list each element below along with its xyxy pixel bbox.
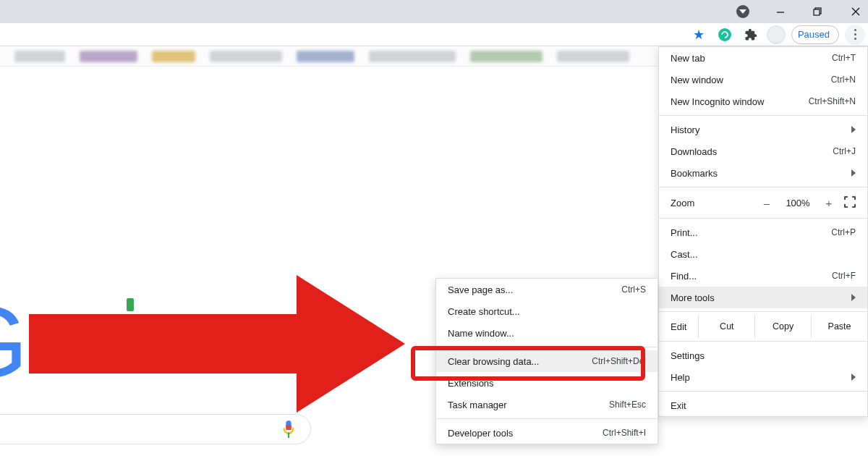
fullscreen-button[interactable] — [844, 196, 856, 210]
bookmark-item[interactable] — [14, 51, 65, 62]
submenu-separator — [436, 347, 658, 347]
close-icon — [851, 7, 861, 17]
edit-label: Edit — [659, 321, 698, 332]
bookmark-item[interactable] — [369, 51, 456, 62]
maximize-icon — [813, 7, 823, 17]
zoom-in-button[interactable]: + — [821, 197, 837, 209]
menu-bookmarks[interactable]: Bookmarks — [659, 162, 867, 184]
caret-down-icon — [736, 5, 749, 18]
svg-rect-2 — [814, 9, 820, 15]
chrome-main-menu: New tabCtrl+T New windowCtrl+N New Incog… — [658, 46, 868, 417]
edit-copy-button[interactable]: Copy — [754, 315, 811, 338]
profile-paused-chip[interactable]: Paused — [791, 25, 839, 44]
menu-print[interactable]: Print...Ctrl+P — [659, 221, 867, 243]
more-tools-submenu: Save page as...Ctrl+S Create shortcut...… — [435, 278, 658, 444]
search-box[interactable] — [0, 414, 311, 444]
bookmark-item[interactable] — [470, 51, 542, 62]
menu-cast[interactable]: Cast... — [659, 243, 867, 265]
chevron-right-icon — [851, 126, 856, 133]
menu-separator — [659, 187, 867, 187]
menu-edit-row: Edit Cut Copy Paste — [659, 315, 867, 338]
menu-new-window[interactable]: New windowCtrl+N — [659, 69, 867, 90]
menu-separator — [659, 218, 867, 219]
zoom-label: Zoom — [671, 198, 752, 208]
zoom-value: 100% — [782, 198, 814, 208]
submenu-clear-browsing-data[interactable]: Clear browsing data...Ctrl+Shift+Del — [436, 350, 658, 372]
puzzle-icon — [744, 28, 757, 41]
menu-find[interactable]: Find...Ctrl+F — [659, 265, 867, 287]
menu-separator — [659, 391, 867, 392]
extension-grammarly-button[interactable] — [715, 25, 735, 45]
profile-avatar[interactable] — [767, 25, 786, 44]
minimize-icon — [775, 7, 786, 17]
close-button[interactable] — [848, 4, 864, 20]
chevron-right-icon — [851, 294, 856, 301]
browser-toolbar: ★ Paused — [0, 23, 868, 46]
submenu-extensions[interactable]: Extensions — [436, 372, 658, 394]
window-titlebar — [0, 0, 868, 23]
zoom-out-button[interactable]: – — [759, 197, 775, 209]
menu-new-tab[interactable]: New tabCtrl+T — [659, 47, 867, 69]
bookmark-star-button[interactable]: ★ — [689, 25, 709, 45]
menu-help[interactable]: Help — [659, 366, 867, 388]
overflow-menu-button[interactable] — [845, 25, 865, 45]
menu-zoom-row: Zoom – 100% + — [659, 190, 867, 215]
bookmark-item[interactable] — [557, 51, 629, 62]
grammarly-icon — [718, 28, 731, 41]
menu-separator — [659, 311, 867, 312]
chevron-right-icon — [851, 373, 856, 381]
extensions-button[interactable] — [741, 25, 761, 45]
menu-settings[interactable]: Settings — [659, 345, 867, 366]
edit-paste-button[interactable]: Paste — [811, 315, 867, 338]
menu-downloads[interactable]: DownloadsCtrl+J — [659, 140, 867, 162]
submenu-save-page[interactable]: Save page as...Ctrl+S — [436, 279, 658, 300]
menu-separator — [659, 341, 867, 342]
svg-rect-6 — [286, 426, 291, 430]
menu-exit[interactable]: Exit — [659, 394, 867, 416]
menu-more-tools[interactable]: More tools — [659, 287, 867, 308]
chevron-right-icon — [851, 169, 856, 177]
submenu-create-shortcut[interactable]: Create shortcut... — [436, 300, 658, 322]
paused-label: Paused — [798, 29, 830, 40]
google-logo-fragment — [127, 298, 134, 311]
voice-search-button[interactable] — [281, 418, 297, 440]
submenu-separator — [436, 418, 658, 419]
menu-history[interactable]: History — [659, 119, 867, 140]
submenu-task-manager[interactable]: Task managerShift+Esc — [436, 394, 658, 415]
menu-new-incognito[interactable]: New Incognito windowCtrl+Shift+N — [659, 90, 867, 112]
maximize-button[interactable] — [810, 4, 826, 20]
bookmark-item[interactable] — [80, 51, 137, 62]
submenu-name-window[interactable]: Name window... — [436, 322, 658, 344]
bookmark-item[interactable] — [297, 51, 354, 62]
bookmark-item[interactable] — [210, 51, 282, 62]
menu-separator — [659, 115, 867, 116]
edit-cut-button[interactable]: Cut — [698, 315, 754, 338]
google-logo-letter: G — [0, 284, 28, 401]
bookmark-item[interactable] — [152, 51, 195, 62]
tab-dropdown-button[interactable] — [735, 4, 751, 20]
submenu-developer-tools[interactable]: Developer toolsCtrl+Shift+I — [436, 422, 658, 444]
dots-icon — [854, 29, 856, 31]
star-icon: ★ — [693, 28, 705, 41]
minimize-button[interactable] — [773, 4, 788, 20]
